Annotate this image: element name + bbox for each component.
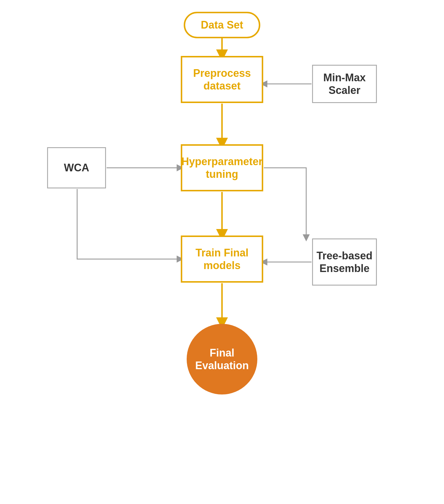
dataset-node: Data Set	[184, 12, 260, 38]
flowchart-diagram: Data Set Preprocess dataset Hyperparamet…	[0, 0, 444, 504]
train-node: Train Final models	[181, 236, 263, 283]
wca-node: WCA	[47, 147, 106, 188]
tree-label: Tree-based Ensemble	[317, 249, 372, 275]
preprocess-label: Preprocess dataset	[193, 67, 251, 92]
hyperparameter-label: Hyperparameter tuning	[181, 155, 263, 180]
dataset-label: Data Set	[201, 19, 243, 31]
train-label: Train Final models	[196, 246, 248, 272]
preprocess-node: Preprocess dataset	[181, 56, 263, 103]
final-evaluation-node: Final Evaluation	[187, 324, 257, 394]
hyperparameter-node: Hyperparameter tuning	[181, 144, 263, 191]
tree-node: Tree-based Ensemble	[312, 238, 377, 286]
minmax-node: Min-Max Scaler	[312, 65, 377, 103]
wca-label: WCA	[64, 161, 89, 174]
minmax-label: Min-Max Scaler	[313, 71, 376, 97]
final-evaluation-label: Final Evaluation	[195, 346, 249, 372]
